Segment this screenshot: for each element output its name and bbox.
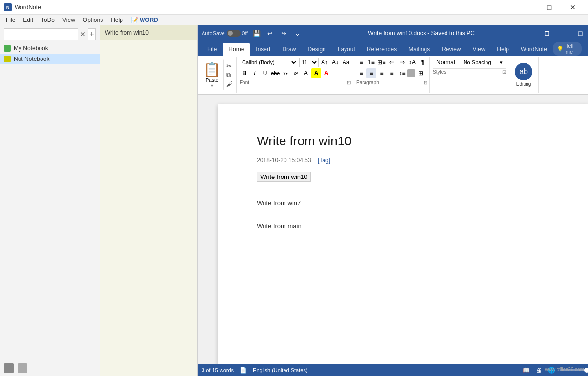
copy-button[interactable]: ⧉	[225, 71, 234, 79]
format-painter-button[interactable]: 🖌	[225, 80, 234, 88]
tab-insert[interactable]: Insert	[250, 43, 276, 56]
font-size-select[interactable]: 11	[299, 58, 319, 67]
underline-button[interactable]: U	[260, 68, 270, 78]
ribbon-display-button[interactable]: ⊡	[539, 25, 555, 41]
borders-button[interactable]: ⊞	[416, 68, 426, 78]
decrease-indent-button[interactable]: ⇐	[387, 58, 397, 67]
para-row2: ≡ ≡ ≡ ≡ ↕≡ ⊞	[356, 68, 427, 78]
document-title: Write from win10	[257, 134, 549, 149]
tab-review[interactable]: Review	[436, 43, 466, 56]
editing-icon[interactable]: ab	[515, 63, 532, 80]
italic-button[interactable]: I	[250, 68, 260, 78]
sidebar-search-bar: ✕ +	[0, 25, 100, 43]
tab-help[interactable]: Help	[491, 43, 515, 56]
print-view-icon[interactable]: 🖨	[534, 366, 543, 375]
cut-button[interactable]: ✂	[225, 62, 234, 70]
doc-date: 2018-10-20 15:04:53	[257, 157, 311, 164]
autosave-toggle[interactable]: Off	[227, 30, 248, 37]
paragraph-expand[interactable]: ⊡	[424, 80, 427, 85]
numbering-button[interactable]: 1≡	[366, 58, 376, 67]
note-item[interactable]: Write from win10	[100, 25, 197, 40]
shading-button[interactable]	[407, 69, 415, 77]
align-center-button[interactable]: ≡	[366, 68, 376, 78]
notebook-label-nut: Nut Notebook	[14, 56, 49, 62]
superscript-button[interactable]: x²	[291, 68, 301, 78]
show-marks-button[interactable]: ¶	[418, 58, 427, 67]
paragraph-group: ≡ 1≡ ⊞≡ ⇐ ⇒ ↕A ¶ ≡ ≡ ≡ ≡ ↕≡	[354, 57, 430, 93]
clear-format-button[interactable]: Aa	[341, 58, 351, 67]
menu-help[interactable]: Help	[107, 15, 127, 25]
word-title-left: AutoSave Off 💾 ↩ ↪ ⌄	[202, 27, 304, 39]
align-left-button[interactable]: ≡	[356, 68, 366, 78]
styles-label: Styles	[433, 69, 446, 75]
style-no-spacing[interactable]: No Spacing	[460, 58, 495, 67]
word-area: AutoSave Off 💾 ↩ ↪ ⌄ Write from win10.do…	[198, 25, 588, 376]
bullets-button[interactable]: ≡	[356, 58, 366, 67]
tab-view[interactable]: View	[467, 43, 491, 56]
style-scroll[interactable]: ▾	[496, 58, 506, 67]
sort-button[interactable]: ↕A	[407, 58, 417, 67]
styles-expand[interactable]: ⊡	[502, 69, 506, 75]
customize-icon-button[interactable]: ⌄	[292, 27, 304, 39]
menu-edit[interactable]: Edit	[19, 15, 37, 25]
document-meta: 2018-10-20 15:04:53 [Tag]	[257, 157, 549, 164]
read-view-icon[interactable]: 📖	[522, 366, 530, 375]
share-button[interactable]: ↑	[584, 43, 588, 55]
word-title-controls: ⊡ — □ ✕	[539, 25, 588, 41]
menu-word[interactable]: 📝WORD	[127, 15, 162, 25]
sync-icon[interactable]	[4, 363, 14, 373]
menu-todo[interactable]: ToDo	[37, 15, 59, 25]
add-notebook-button[interactable]: +	[88, 28, 96, 40]
font-group-label: Font	[240, 80, 249, 85]
save-icon-button[interactable]: 💾	[251, 27, 263, 39]
menu-view[interactable]: View	[59, 15, 79, 25]
align-right-button[interactable]: ≡	[377, 68, 386, 78]
font-group-expand[interactable]: ⊡	[347, 80, 351, 85]
style-normal[interactable]: Normal	[433, 58, 459, 67]
word-minimize-button[interactable]: —	[556, 25, 571, 41]
increase-font-button[interactable]: A↑	[320, 58, 329, 67]
doc-paragraph-2: Write from main	[257, 222, 549, 230]
notebook-item-my[interactable]: My Notebook	[0, 43, 100, 54]
word-maximize-button[interactable]: □	[572, 25, 588, 41]
menu-options[interactable]: Options	[79, 15, 107, 25]
font-name-select[interactable]: Calibri (Body)	[240, 58, 298, 67]
maximize-button[interactable]: □	[538, 0, 561, 15]
text-effects-button[interactable]: A	[301, 68, 311, 78]
tab-mailings[interactable]: Mailings	[403, 43, 436, 56]
font-color-button[interactable]: A	[322, 68, 331, 78]
bold-button[interactable]: B	[240, 68, 249, 78]
redo-icon-button[interactable]: ↪	[278, 27, 290, 39]
minimize-button[interactable]: —	[515, 0, 537, 15]
tab-design[interactable]: Design	[302, 43, 331, 56]
tab-draw[interactable]: Draw	[276, 43, 302, 56]
undo-icon-button[interactable]: ↩	[264, 27, 276, 39]
tab-wordnote[interactable]: WordNote	[515, 43, 553, 56]
lock-icon[interactable]	[18, 363, 27, 373]
tab-file[interactable]: File	[202, 43, 223, 56]
paragraph-label-row: Paragraph ⊡	[356, 79, 427, 85]
font-row2: B I U abc x₂ x² A A A	[240, 68, 351, 78]
notebook-list: My Notebook Nut Notebook	[0, 43, 100, 360]
highlight-button[interactable]: A	[311, 68, 321, 78]
decrease-font-button[interactable]: A↓	[330, 58, 340, 67]
search-input[interactable]	[4, 28, 78, 40]
line-spacing-button[interactable]: ↕≡	[397, 68, 407, 78]
multilevel-button[interactable]: ⊞≡	[377, 58, 386, 67]
document-page: Write from win10 2018-10-20 15:04:53 [Ta…	[218, 104, 588, 364]
font-controls: Calibri (Body) 11 A↑ A↓ Aa B I U abc	[240, 58, 351, 78]
tab-home[interactable]: Home	[223, 43, 250, 56]
increase-indent-button[interactable]: ⇒	[397, 58, 407, 67]
tell-me-button[interactable]: 💡 Tell me	[553, 42, 582, 56]
menu-bar: File Edit ToDo View Options Help 📝WORD	[0, 15, 588, 25]
strikethrough-button[interactable]: abc	[270, 68, 280, 78]
paste-button[interactable]: 📋 Paste ▾	[201, 59, 224, 90]
tab-references[interactable]: References	[361, 43, 403, 56]
search-clear-icon[interactable]: ✕	[80, 30, 86, 38]
subscript-button[interactable]: x₂	[281, 68, 290, 78]
notebook-item-nut[interactable]: Nut Notebook	[0, 54, 100, 64]
tab-layout[interactable]: Layout	[332, 43, 361, 56]
menu-file[interactable]: File	[2, 15, 19, 25]
close-button[interactable]: ✕	[562, 0, 584, 15]
justify-button[interactable]: ≡	[387, 68, 397, 78]
